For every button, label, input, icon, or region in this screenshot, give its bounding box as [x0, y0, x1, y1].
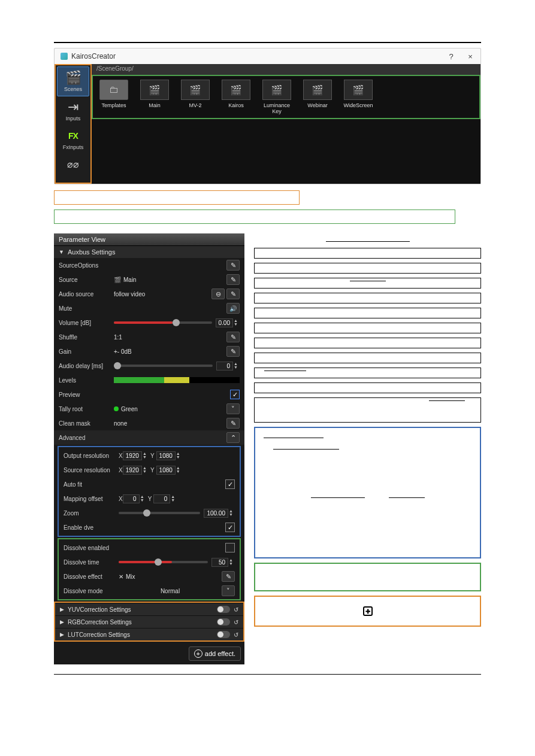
src-res-x[interactable]: 1920 [123, 466, 142, 475]
edit-button[interactable] [226, 332, 240, 342]
spinner[interactable]: ▲▼ [171, 495, 177, 502]
mute-button[interactable] [226, 303, 240, 314]
desc-box-advanced [254, 427, 481, 558]
sidebar-label: Inputs [66, 116, 81, 122]
spinner[interactable]: ▲▼ [229, 558, 235, 566]
expand-icon: ▶ [60, 631, 64, 637]
row-preview: Preview ✓ [54, 387, 244, 402]
dissolve-mode-dropdown[interactable] [222, 585, 235, 596]
enable-dve-checkbox[interactable]: ✓ [225, 523, 235, 532]
close-button[interactable]: × [466, 52, 474, 61]
scene-item-kairos[interactable]: 🎬 Kairos [217, 80, 255, 114]
edit-button[interactable] [226, 418, 240, 429]
plus-icon: + [194, 649, 202, 658]
spinner[interactable]: ▲▼ [176, 452, 182, 459]
row-output-resolution: Output resolution X 1920 ▲▼ Y 1080 ▲▼ [59, 448, 240, 463]
rgb-toggle[interactable] [217, 618, 230, 626]
clapper-icon: 🎬 [222, 80, 250, 100]
out-res-y[interactable]: 1080 [156, 451, 176, 460]
tally-dropdown[interactable] [226, 403, 240, 414]
row-dissolve-enabled: Dissolve enabled [59, 541, 240, 555]
rgb-correction-header[interactable]: ▶ RGBCorrection Settings ↺ [55, 615, 243, 628]
zoom-value[interactable]: 100.00 [204, 509, 228, 518]
volume-slider[interactable] [114, 321, 212, 324]
yuv-toggle[interactable] [217, 606, 230, 613]
lut-correction-header[interactable]: ▶ LUTCorrection Settings ↺ [55, 628, 243, 640]
dissolve-time-value[interactable]: 50 [211, 558, 228, 567]
yuv-correction-header[interactable]: ▶ YUVCorrection Settings ↺ [55, 603, 243, 615]
spinner[interactable]: ▲▼ [234, 362, 240, 369]
spinner[interactable]: ▲▼ [229, 509, 235, 517]
edit-button[interactable] [226, 260, 240, 271]
edit-button[interactable] [226, 289, 240, 299]
zoom-slider[interactable] [119, 512, 200, 514]
row-audio-source: Audio source follow video [54, 287, 244, 301]
scene-label: Templates [101, 102, 126, 108]
dissolve-time-slider[interactable] [119, 561, 208, 563]
scene-strip: 🗀 Templates 🎬 Main 🎬 MV-2 🎬 Kairos [92, 75, 480, 119]
scene-label: Webinar [307, 102, 327, 108]
edit-button[interactable] [226, 346, 240, 357]
map-off-x[interactable]: 0 [123, 494, 140, 503]
lut-toggle[interactable] [217, 631, 230, 638]
row-auto-fit: Auto fit ✓ [59, 477, 240, 491]
scene-item-mv2[interactable]: 🎬 MV-2 [177, 80, 214, 114]
spinner[interactable]: ▲▼ [143, 466, 149, 473]
add-effect-button[interactable]: + add effect. [189, 646, 241, 661]
desc-box-dissolve [254, 563, 481, 591]
spinner[interactable]: ▲▼ [143, 452, 149, 459]
sidebar-item-recording[interactable]: ⌀⌀ [57, 154, 89, 177]
spinner[interactable]: ▲▼ [234, 319, 240, 326]
reset-icon[interactable]: ↺ [234, 619, 238, 626]
folder-icon: 🗀 [99, 80, 128, 100]
desc-box [254, 338, 481, 348]
row-source: Source 🎬Main [54, 272, 244, 287]
scene-item-templates[interactable]: 🗀 Templates [95, 80, 132, 114]
volume-value[interactable]: 0.00 [216, 318, 233, 327]
sidebar-item-inputs[interactable]: ⇥ Inputs [57, 96, 89, 125]
edit-button[interactable] [222, 571, 235, 582]
row-dissolve-mode: Dissolve mode Normal [59, 584, 240, 598]
color-dot [114, 406, 119, 411]
dissolve-enabled-checkbox[interactable] [225, 543, 235, 552]
out-res-x[interactable]: 1920 [123, 451, 142, 460]
spinner[interactable]: ▲▼ [176, 466, 182, 473]
clapper-icon: 🎬 [181, 80, 210, 100]
row-source-options: SourceOptions [54, 258, 244, 272]
description-column: ✚ [254, 233, 481, 664]
src-res-y[interactable]: 1080 [156, 466, 176, 475]
scene-item-luminance[interactable]: 🎬 Luminance Key [258, 80, 295, 114]
sidebar-item-scenes[interactable]: 🎬 Scenes [57, 66, 89, 96]
app-icon [61, 53, 68, 60]
input-icon: ⇥ [57, 100, 89, 114]
edit-button[interactable] [226, 274, 240, 285]
help-button[interactable]: ? [447, 52, 455, 61]
desc-box-correction: ✚ [254, 596, 481, 627]
spinner[interactable]: ▲▼ [140, 495, 146, 502]
parameter-view-title: Parameter View [54, 233, 244, 245]
scene-item-widescreen[interactable]: 🎬 WideScreen [340, 80, 377, 114]
audio-delay-slider[interactable] [114, 365, 213, 367]
desc-box [254, 382, 481, 393]
desc-box [254, 323, 481, 333]
row-volume: Volume [dB] 0.00 ▲▼ [54, 315, 244, 330]
collapse-button[interactable] [226, 432, 240, 443]
scene-item-webinar[interactable]: 🎬 Webinar [299, 80, 336, 114]
sidebar-item-fxinputs[interactable]: FX FxInputs [57, 125, 89, 154]
remove-button[interactable] [211, 289, 225, 299]
scene-label: WideScreen [343, 102, 373, 108]
preview-checkbox[interactable]: ✓ [230, 390, 240, 399]
scene-item-main[interactable]: 🎬 Main [136, 80, 173, 114]
row-gain: Gain +- 0dB [54, 344, 244, 359]
expand-icon: ▶ [60, 606, 64, 612]
audio-delay-value[interactable]: 0 [216, 362, 233, 371]
reset-icon[interactable]: ↺ [234, 631, 238, 638]
row-dissolve-time: Dissolve time 50 ▲▼ [59, 555, 240, 569]
scene-label: Kairos [228, 102, 244, 108]
reset-icon[interactable]: ↺ [234, 606, 238, 613]
level-meter [114, 377, 240, 383]
map-off-y[interactable]: 0 [153, 494, 170, 503]
mix-icon: ✕ [119, 573, 123, 580]
auxbus-header[interactable]: ▼ Auxbus Settings [54, 245, 244, 258]
autofit-checkbox[interactable]: ✓ [225, 479, 235, 489]
